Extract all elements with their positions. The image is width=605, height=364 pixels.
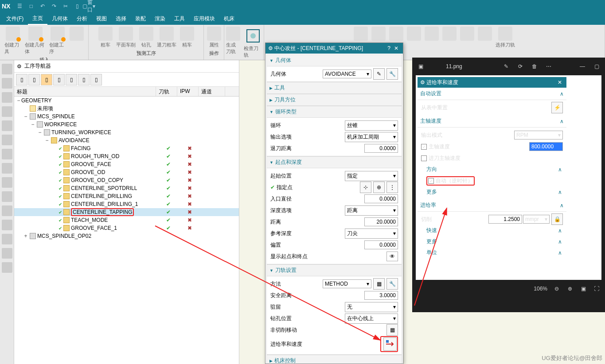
drill-button[interactable]: 钻孔 — [137, 26, 155, 49]
dwell-select[interactable]: 无 — [345, 302, 398, 312]
pt-btn-1[interactable]: ⊹ — [360, 182, 371, 193]
tree-row-op[interactable]: ✔CENTERLINE_TAPPING✔✖ — [14, 208, 239, 216]
tree-row-op[interactable]: ✔FACING✔✖ — [14, 144, 239, 152]
close-icon[interactable]: ✕ — [392, 45, 400, 51]
zoom-in-icon[interactable]: ⊕ — [566, 285, 574, 293]
photos-window[interactable]: ▣ 11.png ✎ ⟳ 🗑 ⋯ — ▢ ⚙ 进给率和速度✕ 自动设置 从表中重… — [412, 58, 605, 312]
dist-input[interactable] — [364, 217, 398, 226]
menu-view[interactable]: 视图 — [92, 13, 111, 24]
cut-icon[interactable]: ✂ — [61, 1, 70, 11]
rail-icon-15[interactable] — [2, 262, 12, 273]
startpos-select[interactable]: 指定 — [345, 171, 398, 181]
rail-icon-10[interactable] — [2, 191, 12, 202]
feedspeed-dialog[interactable]: ⚙ 进给率和速度✕ 自动设置 从表中重置⚡ 主轴速度 输出模式RPM ✓主轴速度… — [418, 77, 566, 260]
pt-btn-3[interactable]: ⋮ — [386, 182, 398, 193]
method-select[interactable]: METHOD — [323, 279, 371, 288]
nav-tb-5[interactable]: ▯ — [66, 74, 77, 85]
menu-analyze[interactable]: 分析 — [72, 13, 92, 24]
cycle-section[interactable]: 循环类型 — [266, 106, 402, 118]
menu-home[interactable]: 主页 — [28, 13, 47, 25]
menu-icon[interactable]: ☰ — [15, 1, 24, 11]
rotate-icon[interactable]: ⟳ — [516, 62, 524, 70]
extra-btn-8[interactable] — [476, 26, 494, 49]
rail-icon-2[interactable] — [2, 78, 12, 89]
tree-row-op[interactable]: ✔CENTERLINE_SPOTDRILL✔✖ — [14, 184, 239, 192]
tree-row-op[interactable]: ✔GROOVE_FACE✔✖ — [14, 160, 239, 168]
auto-section[interactable]: 自动设置 — [418, 88, 566, 100]
rail-icon-8[interactable] — [2, 163, 12, 174]
more-icon[interactable]: ⋯ — [545, 62, 553, 70]
reset-btn[interactable]: ⚡ — [551, 102, 563, 113]
back-icon[interactable]: ▣ — [417, 62, 425, 70]
create-geom-button[interactable]: 创建几何体 — [23, 26, 47, 56]
start-section[interactable]: 起点和深度 — [266, 156, 402, 168]
rail-icon-11[interactable] — [2, 205, 12, 216]
path-section[interactable]: 刀轨设置 — [266, 264, 402, 276]
cycle-select[interactable]: 丝锥 — [345, 120, 398, 131]
fullscreen-icon[interactable]: ⛶ — [593, 285, 601, 293]
tree-row-op[interactable]: ✔TEACH_MODE✔✖ — [14, 216, 239, 224]
redo-icon[interactable]: ↷ — [49, 1, 59, 11]
tree-row-op[interactable]: ✔GROOVE_OD_COPY✔✖ — [14, 176, 239, 184]
more2-subsection[interactable]: 更多 — [421, 236, 563, 247]
lock-icon[interactable]: 🔒 — [551, 213, 563, 225]
tree-row-op[interactable]: ✔CENTERLINE_DRILLING_1✔✖ — [14, 200, 239, 208]
rail-icon-9[interactable] — [2, 177, 12, 188]
close-icon[interactable]: ✕ — [556, 79, 564, 85]
menu-assemble[interactable]: 装配 — [131, 13, 150, 24]
fit-icon[interactable]: ▣ — [579, 285, 587, 293]
minimize-icon[interactable]: — — [578, 62, 586, 70]
retract-input[interactable] — [364, 144, 398, 153]
nav-tb-4[interactable]: ▯ — [53, 74, 65, 85]
help-icon[interactable]: ? — [386, 45, 392, 51]
outmode-select[interactable]: RPM — [514, 131, 563, 139]
menu-render[interactable]: 渲染 — [150, 13, 170, 24]
create-op-button[interactable]: 创建工序 — [47, 26, 68, 56]
pt-btn-2[interactable]: ⊕ — [373, 182, 385, 193]
genpath-button[interactable]: 生成刀轨 — [224, 26, 242, 59]
output-select[interactable]: 机床加工周期 — [345, 132, 398, 142]
rail-icon-12[interactable] — [2, 220, 12, 230]
more-subsection[interactable]: 更多 — [421, 186, 563, 197]
tool-section[interactable]: 工具 — [266, 82, 402, 94]
verify-button[interactable]: 检查刀轨 — [242, 26, 264, 59]
delete-icon[interactable]: 🗑 — [531, 62, 539, 70]
offset-input[interactable] — [364, 240, 398, 249]
dir-subsection[interactable]: 方向 — [421, 164, 563, 175]
rail-icon-7[interactable] — [2, 149, 12, 159]
col-title[interactable]: 标题 — [14, 87, 156, 96]
tree-row-op[interactable]: ✔ROUGH_TURN_OD✔✖ — [14, 152, 239, 160]
extra-btn-6[interactable] — [441, 26, 458, 49]
rail-icon-6[interactable] — [2, 135, 12, 145]
safedist-input[interactable] — [364, 291, 398, 300]
menu-tools[interactable]: 工具 — [170, 13, 189, 24]
finish-button[interactable]: 精车 — [178, 26, 196, 49]
attr-button[interactable]: 属性 — [205, 26, 223, 49]
extra-btn-5[interactable] — [423, 26, 441, 49]
cut-input[interactable] — [488, 215, 522, 224]
sel-path-button[interactable]: 选择刀轨 — [494, 26, 517, 49]
geom-select[interactable]: AVOIDANCE — [323, 70, 371, 78]
op-tree[interactable]: −GEOMETRY 未用项 −MCS_SPINDLE −WORKPIECE −T… — [14, 97, 239, 364]
mc-section[interactable]: 机床控制 — [266, 355, 402, 364]
rail-icon-14[interactable] — [2, 248, 12, 259]
undo-icon[interactable]: ↶ — [38, 1, 47, 11]
menu-geom[interactable]: 几何体 — [47, 13, 72, 24]
orient-section[interactable]: 刀具方位 — [266, 94, 402, 106]
create-tool-button[interactable]: 创建刀具 — [3, 26, 23, 56]
noncut-btn[interactable]: ▦ — [386, 324, 398, 336]
geom-section[interactable]: 几何体 — [266, 54, 402, 66]
nav-tb-6[interactable]: ▯ — [78, 74, 90, 85]
tapping-dialog[interactable]: ⚙ 中心攻丝 - [CENTERLINE_TAPPING]?✕ 几何体 几何体A… — [265, 43, 403, 364]
maximize-icon[interactable]: ▢ — [593, 62, 601, 70]
save-icon[interactable]: □ — [26, 1, 36, 11]
nav-tb-3[interactable]: ▯ — [41, 74, 52, 85]
gear-icon[interactable]: ⚙ — [17, 63, 22, 70]
nav-tb-1[interactable]: ▯ — [16, 74, 27, 85]
geom-wrench-icon[interactable]: 🔧 — [386, 68, 398, 80]
menu-select[interactable]: 选择 — [111, 13, 131, 24]
tree-row-op[interactable]: ✔GROOVE_OD✔✖ — [14, 168, 239, 176]
method-btn-2[interactable]: 🔧 — [386, 278, 398, 290]
feed-section[interactable]: 进给率 — [418, 199, 566, 212]
face-button[interactable]: 平面车削 — [114, 26, 137, 49]
